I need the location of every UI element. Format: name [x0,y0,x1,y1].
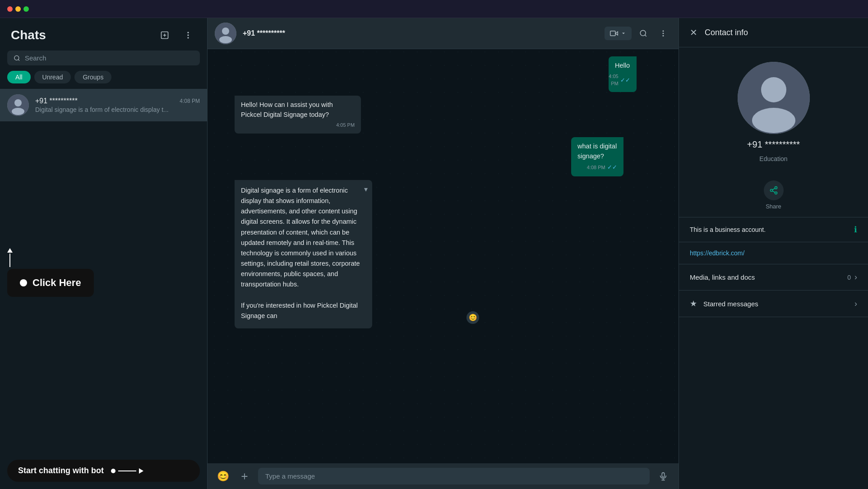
more-vert-icon [659,29,667,37]
contact-status: Education [759,155,787,162]
msg-time: 4:05 PM ✓✓ [615,73,630,88]
svg-point-18 [761,77,786,102]
svg-point-4 [14,55,19,60]
chat-preview: Digital signage is a form of electronic … [35,106,200,113]
attach-icon [240,471,249,481]
sidebar-title: Chats [11,28,46,42]
search-input[interactable] [25,54,194,62]
message-received-assist: Hello! How can I assist you with Pickcel… [235,96,429,134]
emoji-icon: 😊 [217,471,229,482]
maximize-dot[interactable] [23,6,29,12]
search-chat-button[interactable] [635,25,651,42]
bubble-received-assist: Hello! How can I assist you with Pickcel… [235,96,361,134]
emoji-react-button[interactable]: 😊 [466,311,479,324]
tab-groups[interactable]: Groups [74,71,111,83]
starred-messages-item[interactable]: ★ Starred messages › [679,291,868,317]
close-contact-panel-button[interactable]: ✕ [690,27,697,38]
share-action[interactable]: Share [764,180,784,210]
close-dot[interactable] [7,6,13,12]
svg-point-9 [222,28,229,35]
input-bar: 😊 [208,463,679,489]
tab-all[interactable]: All [7,71,31,83]
click-here-button[interactable]: Click Here [7,269,94,297]
contact-website-link[interactable]: https://edbrick.com/ [679,242,868,264]
start-chatting-bar[interactable]: Start chatting with bot [7,460,200,482]
chat-header-icons [605,25,671,42]
message-sent-hello: Hello 4:05 PM ✓✓ [609,56,651,92]
sidebar: Chats All [0,18,208,489]
sidebar-header: Chats [0,18,207,51]
chevron-right-icon: › [854,299,857,309]
filter-tabs: All Unread Groups [0,71,207,89]
chat-avatar [215,23,236,44]
svg-point-22 [775,192,777,194]
chat-menu-button[interactable] [655,25,671,42]
start-chatting-text: Start chatting with bot [18,466,104,475]
tab-unread[interactable]: Unread [34,71,71,83]
msg-text: Digital signage is a form of electronic … [241,187,360,319]
svg-point-20 [775,187,777,189]
sidebar-header-icons [157,27,196,43]
info-icon[interactable]: ℹ [854,225,857,235]
svg-point-1 [187,32,189,33]
arrow-head [7,248,13,253]
chat-header: +91 ********** [208,18,679,49]
media-label: Media, links and docs [690,273,755,281]
contact-header: ✕ Contact info [679,18,868,47]
media-count: 0 [847,274,851,281]
svg-point-12 [640,30,646,36]
svg-point-2 [187,34,189,36]
minimize-dot[interactable] [15,6,21,12]
media-links-docs-item[interactable]: Media, links and docs 0 › [679,264,868,291]
read-ticks: ✓✓ [607,163,617,172]
contact-name: +91 ********** [747,139,800,150]
search-bar [7,51,200,65]
svg-point-13 [663,30,664,32]
arrow-line [118,471,136,471]
window-controls [7,6,29,12]
chevron-down-icon [621,31,626,36]
new-chat-button[interactable] [157,27,173,43]
read-ticks: ✓✓ [620,76,630,85]
main-container: Chats All [0,18,868,489]
chat-header-name: +91 ********** [243,29,598,37]
close-icon: ✕ [690,28,697,37]
svg-rect-11 [610,31,615,36]
click-here-annotation: Click Here [7,248,200,297]
svg-point-3 [187,37,189,38]
business-account-row: This is a business account. ℹ [690,225,857,235]
voice-button[interactable] [655,468,671,484]
msg-time: 4:05 PM [241,121,355,129]
arrow-line [9,254,10,267]
bubble-received-long: ▾ Digital signage is a form of electroni… [235,180,372,328]
starred-item-left: ★ Starred messages [690,299,758,309]
emoji-button[interactable]: 😊 [215,468,231,484]
share-icon [769,186,778,195]
media-item-left: Media, links and docs [690,273,755,281]
svg-rect-16 [662,472,665,477]
msg-text: Hello! How can I assist you with Pickcel… [241,101,333,118]
click-here-dot [20,279,27,286]
svg-point-14 [663,33,664,34]
video-icon [610,29,618,37]
video-call-button[interactable] [605,27,632,40]
attach-button[interactable] [236,468,253,484]
chevron-right-icon: › [854,272,857,282]
svg-point-19 [752,108,795,133]
messages-area: Hello 4:05 PM ✓✓ Hello! How can I assist… [208,49,679,463]
share-label: Share [766,203,781,210]
message-sent-question: what is digital signage? 4:08 PM ✓✓ [571,137,651,176]
bubble-sent-hello: Hello 4:05 PM ✓✓ [609,56,637,92]
contact-panel: ✕ Contact info +91 ********** Education [679,18,868,489]
menu-button[interactable] [180,27,196,43]
chat-time: 4:08 PM [180,98,200,104]
dropdown-icon[interactable]: ▾ [364,184,368,195]
star-icon: ★ [690,299,697,309]
chat-item[interactable]: +91 ********** 4:08 PM Digital signage i… [0,89,207,121]
emoji-icon: 😊 [469,314,477,322]
message-input[interactable] [258,468,650,484]
contact-actions: Share [679,173,868,217]
search-icon [639,29,647,37]
chat-info: +91 ********** 4:08 PM Digital signage i… [35,97,200,113]
microphone-icon [658,471,668,481]
